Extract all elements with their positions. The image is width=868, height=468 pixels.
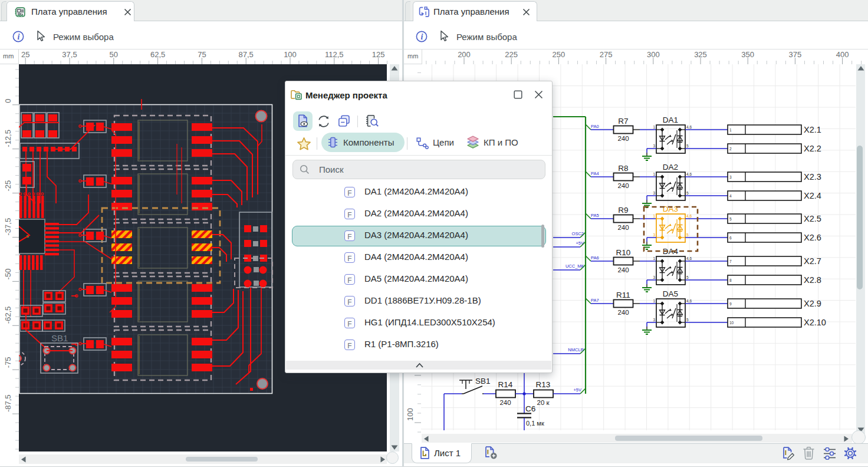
svg-text:X2.8: X2.8 — [804, 275, 821, 285]
svg-text:R11: R11 — [616, 291, 630, 299]
svg-text:1: 1 — [653, 299, 655, 303]
svg-text:-75: -75 — [4, 357, 12, 368]
svg-text:X2.10: X2.10 — [804, 318, 826, 327]
svg-text:R14: R14 — [498, 380, 513, 389]
svg-text:3: 3 — [653, 275, 655, 279]
svg-text:3: 3 — [729, 175, 732, 179]
svg-text:240: 240 — [617, 135, 629, 142]
svg-text:R9: R9 — [618, 206, 628, 215]
svg-text:225: 225 — [505, 50, 518, 59]
svg-text:8: 8 — [729, 278, 732, 282]
svg-text:PA6: PA6 — [591, 255, 599, 261]
svg-text:DA2: DA2 — [663, 163, 678, 172]
svg-text:PA0: PA0 — [591, 124, 599, 129]
svg-text:250: 250 — [553, 50, 565, 59]
svg-text:+5V: +5V — [576, 240, 584, 246]
svg-text:i: i — [421, 32, 423, 41]
svg-text:X2.4: X2.4 — [804, 191, 821, 200]
svg-text:240: 240 — [617, 182, 629, 189]
svg-text:325: 325 — [694, 50, 707, 59]
svg-text:125: 125 — [372, 50, 385, 59]
svg-text:37,5: 37,5 — [62, 50, 77, 59]
svg-text:OSC2: OSC2 — [572, 231, 584, 236]
svg-text:C6: C6 — [525, 404, 535, 413]
svg-text:1: 1 — [653, 214, 655, 218]
svg-text:275: 275 — [600, 50, 613, 59]
svg-text:R13: R13 — [536, 380, 551, 389]
svg-text:4,6: 4,6 — [686, 299, 692, 303]
svg-text:200: 200 — [458, 50, 471, 59]
svg-text:DA5: DA5 — [663, 289, 678, 298]
svg-text:DA1: DA1 — [663, 116, 678, 124]
svg-text:5: 5 — [686, 191, 689, 195]
svg-text:5: 5 — [686, 318, 689, 322]
svg-text:350: 350 — [741, 50, 754, 59]
svg-text:i: i — [18, 32, 20, 41]
svg-text:-25: -25 — [4, 180, 12, 192]
svg-text:2: 2 — [729, 147, 732, 151]
svg-text:-87,5: -87,5 — [4, 394, 12, 412]
svg-text:300: 300 — [647, 50, 660, 59]
svg-text:R8: R8 — [618, 164, 628, 173]
svg-text:10: 10 — [729, 321, 734, 325]
svg-text:112,5: 112,5 — [325, 50, 344, 59]
svg-text:PA7: PA7 — [591, 298, 599, 303]
svg-text:X2.7: X2.7 — [804, 256, 821, 266]
svg-text:0: 0 — [4, 99, 12, 103]
svg-text:-37,5: -37,5 — [4, 218, 12, 236]
svg-text:240: 240 — [499, 399, 511, 406]
svg-text:+5V: +5V — [573, 387, 581, 393]
svg-text:X2.2: X2.2 — [804, 144, 821, 153]
svg-text:PA5: PA5 — [591, 213, 599, 218]
svg-text:1: 1 — [729, 128, 732, 132]
svg-text:400: 400 — [836, 50, 849, 59]
svg-text:4: 4 — [729, 194, 732, 198]
svg-text:20 к: 20 к — [537, 399, 550, 406]
svg-text:PA4: PA4 — [591, 171, 599, 176]
svg-text:1: 1 — [653, 172, 655, 176]
svg-text:0,1 мк: 0,1 мк — [526, 420, 544, 427]
svg-text:375: 375 — [789, 50, 802, 59]
svg-text:X2.1: X2.1 — [804, 125, 821, 134]
svg-text:4,6: 4,6 — [686, 256, 692, 261]
svg-text:5: 5 — [686, 233, 689, 237]
svg-text:DA3: DA3 — [663, 205, 678, 213]
svg-text:R7: R7 — [618, 117, 628, 126]
svg-text:3: 3 — [653, 233, 655, 237]
svg-text:6: 6 — [729, 236, 732, 240]
svg-text:R10: R10 — [616, 248, 631, 257]
svg-text:4,6: 4,6 — [686, 214, 692, 218]
svg-text:X2.3: X2.3 — [804, 172, 821, 182]
svg-text:SB1: SB1 — [475, 377, 491, 385]
svg-text:100: 100 — [284, 50, 297, 59]
svg-text:X2.5: X2.5 — [804, 214, 821, 223]
svg-text:240: 240 — [617, 309, 629, 316]
svg-text:SB1: SB1 — [51, 333, 68, 343]
svg-text:X2.6: X2.6 — [804, 233, 821, 242]
svg-text:100: 100 — [406, 408, 415, 421]
svg-text:-62,5: -62,5 — [4, 306, 12, 324]
svg-text:4,6: 4,6 — [686, 172, 692, 176]
svg-text:50: 50 — [110, 50, 118, 59]
svg-text:5: 5 — [729, 217, 732, 221]
svg-text:75: 75 — [198, 50, 206, 59]
svg-text:5: 5 — [686, 275, 689, 279]
svg-text:9: 9 — [729, 302, 732, 306]
svg-text:240: 240 — [617, 266, 629, 273]
svg-text:1: 1 — [653, 256, 655, 261]
svg-text:4,6: 4,6 — [686, 125, 692, 129]
svg-text:3: 3 — [653, 318, 655, 322]
svg-text:62,5: 62,5 — [150, 50, 165, 59]
svg-text:3: 3 — [653, 191, 655, 195]
svg-text:NMCLR: NMCLR — [568, 347, 584, 352]
svg-text:1: 1 — [653, 125, 655, 129]
svg-text:3: 3 — [653, 144, 655, 148]
svg-text:-50: -50 — [4, 269, 12, 280]
svg-text:7: 7 — [729, 259, 732, 263]
svg-text:25: 25 — [21, 50, 29, 59]
svg-text:87,5: 87,5 — [239, 50, 254, 59]
svg-text:UCC_МК: UCC_МК — [565, 263, 584, 269]
svg-text:X2.9: X2.9 — [804, 299, 821, 308]
svg-text:5: 5 — [686, 144, 689, 148]
svg-text:240: 240 — [617, 224, 629, 231]
